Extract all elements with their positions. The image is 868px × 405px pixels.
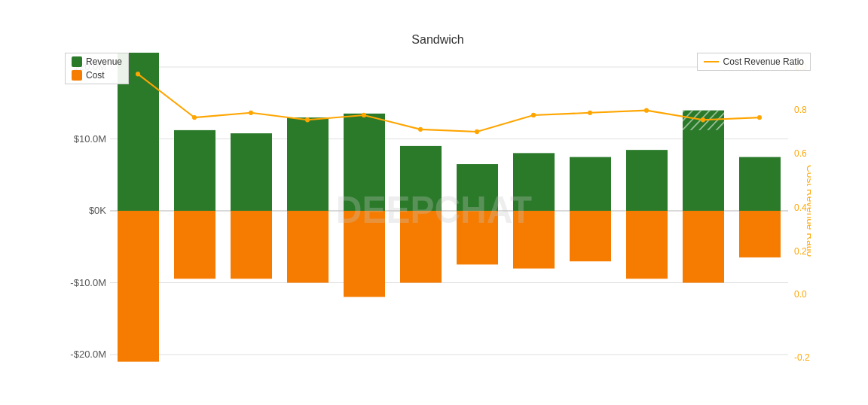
bar-cost-jan xyxy=(118,211,159,362)
ratio-dot-jul xyxy=(475,129,479,134)
bar-revenue-dec xyxy=(739,157,781,211)
bar-cost-apr xyxy=(287,211,329,283)
ratio-dot-sep xyxy=(588,111,592,115)
svg-text:-0.2: -0.2 xyxy=(794,352,810,363)
svg-text:-$20.0M: -$20.0M xyxy=(70,349,106,360)
cost-swatch xyxy=(72,70,82,81)
svg-text:0.6: 0.6 xyxy=(794,148,807,158)
bar-cost-oct xyxy=(626,211,668,279)
cost-label: Cost xyxy=(86,70,105,81)
ratio-label: Cost Revenue Ratio xyxy=(723,56,804,67)
svg-text:DEEPCHAT: DEEPCHAT xyxy=(336,188,532,230)
bar-cost-feb xyxy=(174,211,215,279)
ratio-dot-dec xyxy=(757,115,762,120)
legend-right: Cost Revenue Ratio xyxy=(697,53,811,71)
revenue-swatch xyxy=(72,56,82,67)
svg-text:-$10.0M: -$10.0M xyxy=(70,276,106,288)
ratio-line-legend xyxy=(704,61,719,62)
ratio-dot-apr xyxy=(305,117,310,122)
ratio-dot-aug xyxy=(531,113,536,117)
legend-left: Revenue Cost xyxy=(65,53,129,84)
svg-text:$10.0M: $10.0M xyxy=(74,132,106,144)
legend-revenue: Revenue xyxy=(72,56,122,67)
svg-text:0.8: 0.8 xyxy=(794,105,807,115)
ratio-dot-mar xyxy=(249,111,253,115)
bar-revenue-oct xyxy=(626,150,668,211)
ratio-dot-jun xyxy=(418,127,423,132)
bar-cost-sep xyxy=(570,211,611,261)
main-chart-svg: $20.0M $10.0M $0K -$10.0M -$20.0M 1.0 0.… xyxy=(65,53,811,369)
ratio-line xyxy=(138,74,760,132)
svg-text:$0K: $0K xyxy=(89,205,106,216)
ratio-dot-oct xyxy=(644,108,649,113)
bar-cost-mar xyxy=(231,211,272,279)
bar-cost-dec xyxy=(739,211,781,257)
chart-container: Sandwich Revenue Cost Cost Revenue Ratio xyxy=(12,11,856,394)
bar-revenue-feb xyxy=(174,130,215,211)
ratio-dot-may xyxy=(362,113,366,117)
ratio-dot-nov xyxy=(701,117,705,122)
svg-text:Cost Revenue Ratio: Cost Revenue Ratio xyxy=(805,165,811,257)
chart-title: Sandwich xyxy=(65,33,811,47)
bar-cost-nov xyxy=(683,211,724,283)
bar-revenue-sep xyxy=(570,157,611,211)
revenue-label: Revenue xyxy=(86,56,122,67)
chart-area: Revenue Cost Cost Revenue Ratio xyxy=(65,53,811,369)
ratio-dot-jan xyxy=(136,72,140,76)
ratio-dot-feb xyxy=(192,115,197,120)
svg-text:0.0: 0.0 xyxy=(794,289,807,300)
bar-revenue-apr xyxy=(287,117,329,211)
bar-revenue-mar xyxy=(231,133,272,211)
legend-cost: Cost xyxy=(72,70,122,81)
